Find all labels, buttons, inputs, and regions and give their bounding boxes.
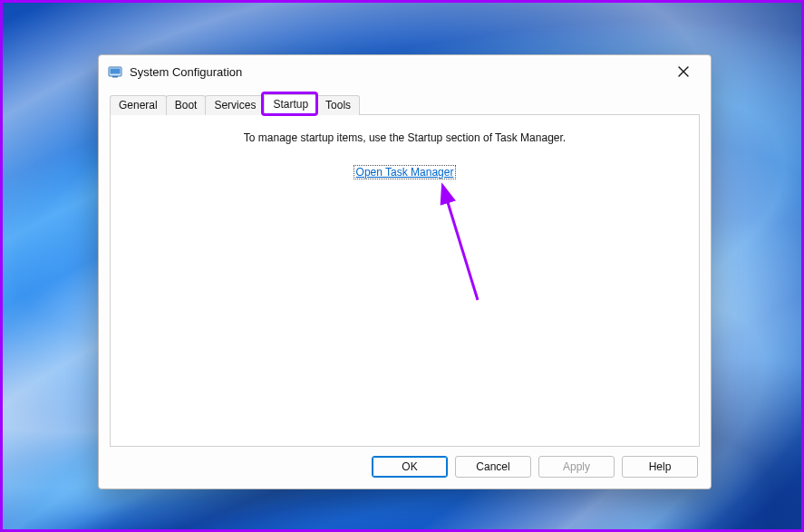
window-title: System Configuration bbox=[130, 65, 242, 79]
annotation-arrow-icon bbox=[432, 182, 505, 309]
cancel-button[interactable]: Cancel bbox=[455, 456, 531, 478]
tab-general[interactable]: General bbox=[110, 95, 167, 115]
startup-tabpanel: To manage startup items, use the Startup… bbox=[110, 115, 700, 447]
tab-startup[interactable]: Startup bbox=[264, 94, 317, 115]
open-task-manager-link[interactable]: Open Task Manager bbox=[354, 165, 457, 179]
titlebar: System Configuration bbox=[99, 55, 711, 88]
ok-button[interactable]: OK bbox=[372, 456, 448, 478]
tab-tools[interactable]: Tools bbox=[316, 95, 360, 115]
tab-strip: General Boot Services Startup Tools bbox=[110, 93, 700, 115]
svg-rect-2 bbox=[112, 76, 118, 78]
system-configuration-window: System Configuration General Boot Servic… bbox=[98, 54, 712, 489]
msconfig-icon bbox=[108, 64, 122, 79]
tab-services[interactable]: Services bbox=[205, 95, 265, 115]
close-icon bbox=[678, 66, 689, 77]
close-button[interactable] bbox=[664, 58, 703, 85]
help-button[interactable]: Help bbox=[622, 456, 698, 478]
client-area: General Boot Services Startup Tools To m… bbox=[99, 88, 711, 488]
svg-line-3 bbox=[443, 188, 478, 300]
tab-boot[interactable]: Boot bbox=[166, 95, 207, 115]
svg-rect-1 bbox=[111, 69, 121, 74]
apply-button[interactable]: Apply bbox=[538, 456, 615, 478]
dialog-button-row: OK Cancel Apply Help bbox=[110, 456, 700, 478]
startup-info-text: To manage startup items, use the Startup… bbox=[121, 131, 688, 144]
